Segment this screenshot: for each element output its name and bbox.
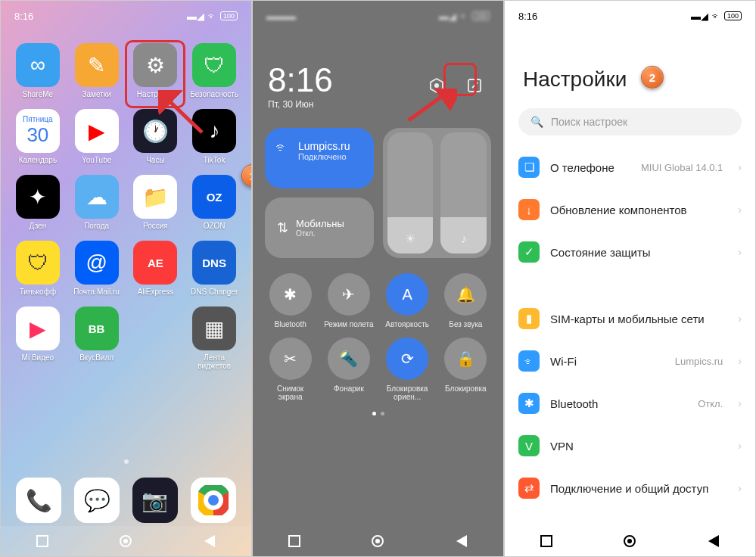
torch-icon: 🔦	[328, 338, 370, 380]
nav-home[interactable]	[622, 534, 637, 549]
settings-label: Wi-Fi	[550, 355, 664, 368]
security-icon: 🛡	[192, 43, 236, 87]
ozon-icon: OZ	[192, 175, 236, 219]
cc-toggle-autobright[interactable]: AАвтояркость	[382, 273, 433, 328]
settings-label: Bluetooth	[550, 397, 687, 410]
cc-toggle-label: Bluetooth	[274, 320, 306, 328]
app-vkusvill[interactable]: BBВкусВилл	[69, 307, 125, 370]
settings-label: Состояние защиты	[550, 246, 723, 259]
tinkoff-icon: 🛡	[16, 241, 60, 285]
app-weather[interactable]: ☁Погода	[69, 175, 125, 230]
nav-bar	[253, 526, 503, 556]
control-center-panel: ▬▬▬ ▬◢ᯤ100 8:16 Пт, 30 Июн ᯤ Lumpics.ru …	[253, 1, 503, 556]
signal-icon: ▬◢	[187, 11, 204, 22]
nav-back[interactable]	[202, 534, 217, 549]
cc-toggle-torch[interactable]: 🔦Фонарик	[323, 338, 374, 401]
settings-label: Обновление компонентов	[550, 204, 723, 216]
app-mailru[interactable]: @Почта Mail.ru	[69, 241, 125, 296]
messages-icon: 💬	[74, 478, 120, 523]
search-placeholder: Поиск настроек	[551, 116, 627, 128]
app-dzen[interactable]: ✦Дзен	[10, 175, 66, 230]
cc-toggle-lock[interactable]: 🔒Блокировка	[440, 338, 491, 401]
settings-item-security[interactable]: ✓Состояние защиты›	[518, 231, 742, 273]
nav-recent[interactable]	[539, 534, 554, 549]
cc-toggle-label: Снимок экрана	[265, 384, 316, 401]
app-dnschanger[interactable]: DNSDNS Changer	[186, 241, 242, 296]
vpn-icon: V	[518, 435, 540, 456]
app-label: Россия	[143, 222, 168, 230]
rotation-icon: ⟳	[386, 338, 428, 380]
cc-toggle-label: Блокировка	[445, 384, 487, 393]
dock-messages[interactable]: 💬	[74, 478, 120, 523]
app-mivideo[interactable]: ▶Mi Видео	[10, 307, 66, 370]
cc-toggle-label: Блокировка ориен...	[382, 384, 433, 401]
app-russia[interactable]: 📁Россия	[128, 175, 184, 230]
app-notes[interactable]: ✎Заметки	[69, 43, 125, 98]
cc-quick-row-1: ✱Bluetooth✈Режим полетаAАвтояркость🔔Без …	[253, 269, 503, 333]
chevron-right-icon: ›	[738, 204, 742, 216]
arrow-to-settings	[158, 90, 208, 138]
app-label: YouTube	[82, 156, 111, 164]
nav-home[interactable]	[118, 534, 133, 549]
chrome-icon	[191, 478, 236, 523]
app-label: Часы	[146, 156, 164, 164]
chevron-right-icon: ›	[738, 246, 742, 258]
settings-item-vpn[interactable]: VVPN›	[518, 425, 742, 467]
brightness-slider[interactable]: ☀	[387, 132, 434, 254]
svg-point-21	[627, 539, 632, 543]
calendar-icon: Пятница30	[16, 109, 60, 153]
settings-item-tether[interactable]: ⇄Подключение и общий доступ›	[518, 467, 742, 509]
app-calendar[interactable]: Пятница30Календарь	[10, 109, 66, 164]
settings-item-sim[interactable]: ▮SIM-карты и мобильные сети›	[518, 297, 742, 340]
arrow-to-cc-settings	[404, 89, 457, 126]
settings-item-wifi[interactable]: ᯤWi-FiLumpics.ru›	[518, 340, 742, 382]
search-input[interactable]: 🔍 Поиск настроек	[518, 108, 742, 135]
app-ozon[interactable]: OZOZON	[186, 175, 242, 230]
app-aliexpress[interactable]: AEAliExpress	[128, 241, 184, 296]
settings-item-updates[interactable]: ↓Обновление компонентов›	[518, 188, 742, 231]
settings-value: MIUI Global 14.0.1	[641, 162, 723, 173]
updates-icon: ↓	[518, 199, 540, 220]
dock-camera[interactable]: 📷	[132, 478, 178, 523]
nav-recent[interactable]	[287, 534, 302, 549]
wifi-icon: ᯤ	[711, 11, 721, 22]
aliexpress-icon: AE	[133, 241, 177, 285]
page-indicator	[124, 459, 129, 464]
cc-wifi-name: Lumpics.ru	[298, 140, 362, 152]
settings-group-2: ▮SIM-карты и мобильные сети›ᯤWi-FiLumpic…	[505, 297, 755, 509]
app-tinkoff[interactable]: 🛡Тинькофф	[10, 241, 66, 296]
app-label: DNS Changer	[191, 288, 238, 296]
dock-chrome[interactable]	[191, 478, 236, 523]
nav-back[interactable]	[706, 534, 721, 549]
nav-recent[interactable]	[35, 534, 50, 549]
volume-slider[interactable]: ♪	[440, 132, 487, 254]
app-youtube[interactable]: ▶YouTube	[69, 109, 125, 164]
settings-value: Откл.	[698, 398, 723, 409]
cc-wifi-status: Подключено	[298, 152, 362, 161]
app-widgets[interactable]: ▦Лента виджетов	[186, 307, 242, 370]
page-title: Настройки	[505, 28, 755, 102]
phone-icon: 📞	[16, 478, 61, 523]
cc-mobile-data-tile[interactable]: ⇅ Мобильны Откл.	[265, 198, 374, 258]
nav-back[interactable]	[454, 534, 469, 549]
cc-toggle-airplane[interactable]: ✈Режим полета	[323, 273, 374, 328]
cc-toggle-screenshot[interactable]: ✂Снимок экрана	[265, 338, 316, 401]
cc-toggle-bluetooth[interactable]: ✱Bluetooth	[265, 273, 316, 328]
app-blank[interactable]	[128, 307, 184, 370]
app-label: TikTok	[204, 156, 226, 164]
nav-home[interactable]	[370, 534, 385, 549]
settings-item-about[interactable]: ❏О телефонеMIUI Global 14.0.1›	[518, 146, 742, 188]
cc-toggle-label: Без звука	[449, 320, 482, 328]
cc-wifi-tile[interactable]: ᯤ Lumpics.ru Подключено	[265, 128, 374, 188]
app-shareme[interactable]: ∞ShareMe	[10, 43, 66, 98]
dock-phone[interactable]: 📞	[16, 478, 61, 523]
mailru-icon: @	[75, 241, 119, 285]
cc-toggle-mute[interactable]: 🔔Без звука	[440, 273, 491, 328]
cc-toggle-rotation[interactable]: ⟳Блокировка ориен...	[382, 338, 433, 401]
settings-label: VPN	[550, 440, 723, 453]
mivideo-icon: ▶	[16, 307, 60, 350]
sim-icon: ▮	[518, 308, 540, 329]
settings-item-bluetooth[interactable]: ✱BluetoothОткл.›	[518, 382, 742, 425]
screenshot-icon: ✂	[269, 338, 312, 380]
app-label: Погода	[84, 222, 109, 230]
